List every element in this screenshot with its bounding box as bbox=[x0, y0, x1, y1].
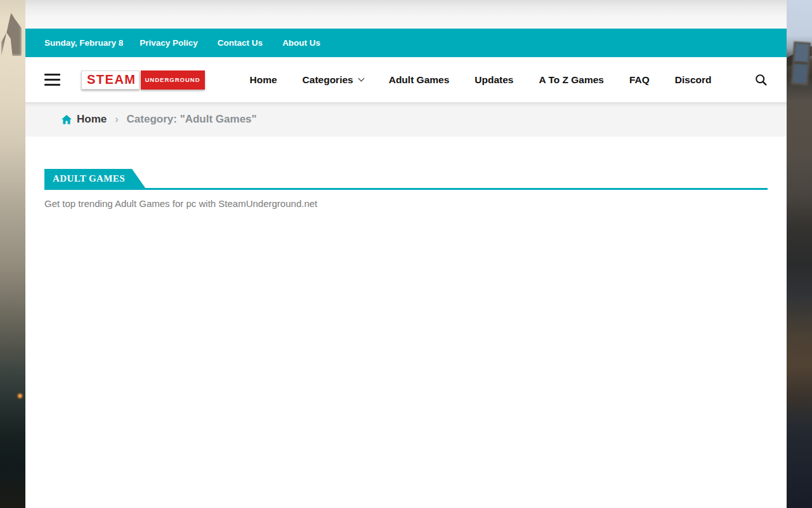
category-underline bbox=[44, 188, 768, 190]
category-header: ADULT GAMES bbox=[44, 169, 768, 190]
nav-categories[interactable]: Categories bbox=[303, 74, 363, 86]
breadcrumb-home-link[interactable]: Home bbox=[77, 113, 107, 126]
nav-adult-games[interactable]: Adult Games bbox=[389, 74, 450, 86]
nav-home[interactable]: Home bbox=[250, 74, 277, 86]
background-art-right bbox=[787, 0, 812, 508]
nav-a-to-z-games[interactable]: A To Z Games bbox=[539, 74, 604, 86]
topbar: Sunday, February 8 Privacy Policy Contac… bbox=[25, 29, 787, 57]
nav-categories-label: Categories bbox=[303, 74, 353, 86]
chevron-down-icon bbox=[358, 76, 364, 82]
home-icon bbox=[62, 115, 72, 124]
nav-updates[interactable]: Updates bbox=[475, 74, 513, 86]
page-column: Sunday, February 8 Privacy Policy Contac… bbox=[25, 0, 787, 508]
site-header: STEAM UNDERGROUND Home Categories Adult … bbox=[25, 57, 787, 102]
menu-icon[interactable] bbox=[44, 74, 60, 86]
category-description: Get top trending Adult Games for pc with… bbox=[44, 198, 768, 209]
date-text: Sunday, February 8 bbox=[44, 38, 123, 48]
logo-steam-text: STEAM bbox=[81, 70, 140, 90]
nav-discord[interactable]: Discord bbox=[675, 74, 712, 86]
background-art-left bbox=[0, 0, 25, 508]
page-top-gap bbox=[25, 0, 787, 29]
main-content: ADULT GAMES Get top trending Adult Games… bbox=[25, 137, 787, 508]
nav-faq[interactable]: FAQ bbox=[629, 74, 650, 86]
breadcrumb-current: Category: "Adult Games" bbox=[127, 113, 257, 126]
topbar-link-contact-us[interactable]: Contact Us bbox=[218, 38, 263, 48]
logo-underground-text: UNDERGROUND bbox=[141, 70, 205, 90]
category-title: ADULT GAMES bbox=[44, 169, 145, 188]
search-icon[interactable] bbox=[755, 74, 768, 86]
breadcrumb-separator: › bbox=[115, 114, 118, 125]
topbar-link-about-us[interactable]: About Us bbox=[282, 38, 320, 48]
topbar-links: Privacy Policy Contact Us About Us bbox=[140, 38, 320, 48]
topbar-link-privacy-policy[interactable]: Privacy Policy bbox=[140, 38, 198, 48]
site-logo[interactable]: STEAM UNDERGROUND bbox=[81, 70, 205, 90]
breadcrumb: Home › Category: "Adult Games" bbox=[25, 102, 787, 137]
main-nav: Home Categories Adult Games Updates A To… bbox=[250, 74, 712, 86]
